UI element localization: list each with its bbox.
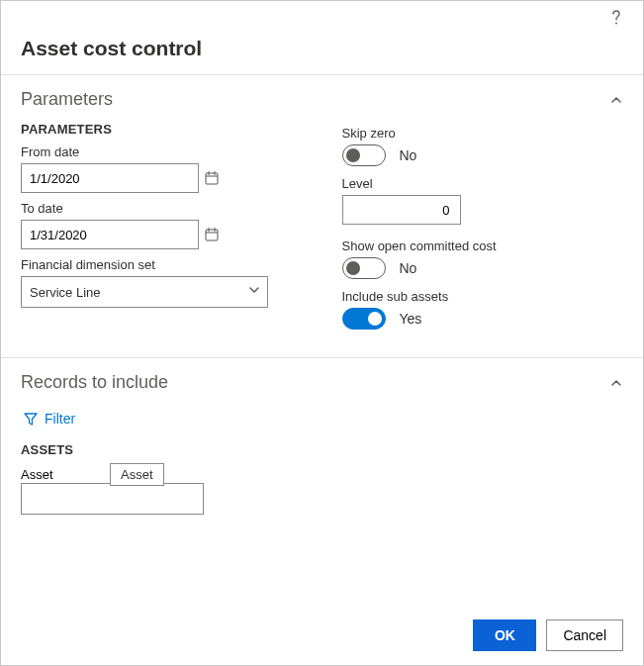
records-heading: Records to include — [21, 372, 168, 393]
show-open-toggle[interactable] — [342, 257, 386, 279]
help-row — [21, 9, 623, 31]
section-header-records[interactable]: Records to include — [21, 358, 623, 401]
cancel-button[interactable]: Cancel — [546, 619, 623, 651]
to-date-field[interactable] — [21, 220, 199, 249]
fin-dim-select[interactable]: Service Line — [21, 276, 268, 308]
to-date-input[interactable] — [22, 221, 204, 248]
filter-label: Filter — [45, 411, 75, 427]
filter-icon — [23, 411, 39, 427]
calendar-icon[interactable] — [204, 221, 220, 248]
chevron-up-icon — [609, 376, 623, 390]
to-date-label: To date — [21, 201, 303, 216]
show-open-label: Show open committed cost — [342, 238, 624, 253]
assets-heading: ASSETS — [21, 442, 623, 457]
from-date-label: From date — [21, 144, 303, 159]
svg-rect-1 — [206, 173, 218, 184]
parameters-body: PARAMETERS From date To date Financial d… — [21, 118, 623, 357]
skip-zero-row: No — [342, 144, 624, 166]
from-date-input[interactable] — [22, 164, 204, 192]
show-open-text: No — [400, 260, 417, 276]
chevron-down-icon — [247, 283, 261, 301]
level-label: Level — [342, 176, 624, 191]
show-open-row: No — [342, 257, 624, 279]
svg-rect-2 — [206, 230, 218, 240]
parameters-left-col: PARAMETERS From date To date Financial d… — [21, 118, 303, 339]
dialog-footer: OK Cancel — [473, 619, 623, 651]
asset-input[interactable] — [21, 483, 204, 515]
filter-button[interactable]: Filter — [21, 401, 77, 438]
asset-label: Asset — [21, 467, 53, 482]
records-body: Filter ASSETS Asset Asset — [21, 401, 623, 515]
dialog: Asset cost control Parameters PARAMETERS… — [0, 0, 644, 666]
fin-dim-label: Financial dimension set — [21, 257, 303, 272]
parameters-right-col: Skip zero No Level Show open committed c… — [342, 118, 624, 339]
svg-point-0 — [615, 23, 617, 25]
skip-zero-toggle[interactable] — [342, 144, 386, 166]
include-sub-toggle[interactable] — [342, 308, 386, 330]
dialog-title: Asset cost control — [21, 37, 623, 60]
parameters-caps: PARAMETERS — [21, 122, 303, 137]
chevron-up-icon — [609, 93, 623, 107]
skip-zero-label: Skip zero — [342, 126, 624, 141]
calendar-icon[interactable] — [204, 164, 220, 192]
section-header-parameters[interactable]: Parameters — [21, 75, 623, 118]
fin-dim-value: Service Line — [30, 285, 101, 300]
from-date-field[interactable] — [21, 163, 199, 193]
asset-tab[interactable]: Asset — [110, 463, 164, 486]
help-icon[interactable] — [609, 9, 623, 31]
include-sub-label: Include sub assets — [342, 289, 624, 304]
include-sub-text: Yes — [400, 311, 422, 327]
ok-button[interactable]: OK — [473, 619, 536, 651]
parameters-heading: Parameters — [21, 89, 113, 110]
include-sub-row: Yes — [342, 308, 624, 330]
skip-zero-text: No — [400, 147, 417, 163]
assets-box: Asset Asset — [21, 463, 623, 515]
level-input[interactable] — [342, 195, 461, 225]
